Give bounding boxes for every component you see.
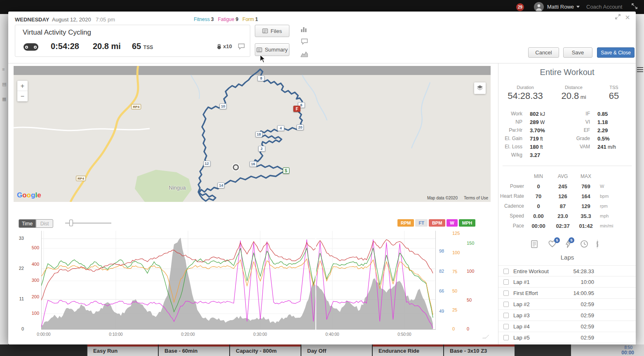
time-toggle-button[interactable]: Time: [19, 219, 36, 228]
axis-tick: 100: [452, 250, 464, 255]
column-header: MAX: [574, 173, 597, 179]
comments-icon[interactable]: [299, 35, 310, 48]
mile-marker[interactable]: 8: [258, 75, 265, 81]
stat-row: Work802 kJIF0.85: [498, 110, 636, 118]
close-icon[interactable]: ×: [625, 13, 630, 21]
bolt-icon[interactable]: 5: [565, 240, 571, 250]
max-value: 35.3: [574, 213, 597, 219]
clock-icon[interactable]: [580, 240, 588, 250]
stat-label: EF: [564, 127, 592, 133]
lap-row[interactable]: Lap #402:59: [498, 321, 636, 332]
position-ring[interactable]: [233, 164, 239, 170]
summary-duration: Duration54:28.33: [498, 85, 552, 101]
calendar-card[interactable]: Base - 60min: [159, 344, 229, 356]
expand-icon[interactable]: [632, 3, 637, 11]
mile-marker[interactable]: 18: [255, 131, 262, 137]
save-close-button[interactable]: Save & Close: [597, 47, 635, 58]
legend-chip-bpm[interactable]: BPM: [429, 219, 445, 227]
background-right-rail: [635, 14, 644, 344]
menu-icon[interactable]: [637, 66, 643, 73]
mile-marker[interactable]: 10: [219, 103, 226, 109]
view-icons: [299, 23, 310, 60]
summary-metrics: Duration54:28.33Distance20.8 miTSS65: [498, 85, 636, 101]
files-button[interactable]: Files: [255, 25, 289, 37]
lap-row[interactable]: Lap #502:59: [498, 332, 636, 343]
tss-unit: TSS: [143, 44, 153, 50]
lap-row[interactable]: Lap #202:59: [498, 299, 636, 310]
workout-graph[interactable]: [41, 231, 436, 330]
zoom-out-button[interactable]: −: [17, 91, 28, 101]
lap-row[interactable]: Lap #302:59: [498, 310, 636, 321]
google-letter: g: [31, 191, 35, 199]
finish-marker[interactable]: F: [294, 105, 301, 112]
expand-modal-icon[interactable]: [615, 14, 621, 21]
comment-icon[interactable]: [238, 43, 245, 52]
terms-of-use-link[interactable]: Terms of Use: [464, 196, 488, 200]
axis-tick: 200: [27, 294, 39, 299]
calendar-card[interactable]: Capacity - 800m: [230, 344, 301, 356]
mile-marker[interactable]: 20: [297, 124, 304, 130]
summary-button[interactable]: Summary: [255, 43, 289, 56]
stat-row: El. Gain719 ftGrade0.5%: [498, 134, 636, 143]
legend-chip-rpm[interactable]: RPM: [397, 219, 414, 227]
calendar-strip: Easy RunBase - 60minCapacity - 800mDay O…: [0, 344, 644, 356]
axis-tick: 50: [452, 288, 464, 293]
legend-chip-ft[interactable]: FT: [415, 219, 427, 227]
dashed-circle-icon[interactable]: [597, 241, 598, 248]
bike-icon[interactable]: [24, 43, 38, 51]
calendar-card[interactable]: Endurance Ride: [373, 344, 443, 356]
chart-resize-handle[interactable]: [482, 335, 489, 338]
total-time: 8:50: [625, 345, 632, 350]
lap-checkbox[interactable]: [503, 324, 509, 329]
save-button[interactable]: Save: [563, 47, 592, 58]
mile-marker[interactable]: 2: [258, 146, 265, 152]
lap-row[interactable]: First Effort14:00.95: [498, 288, 636, 299]
avg-value: 87: [551, 203, 574, 209]
area-chart-icon[interactable]: [299, 48, 310, 60]
calendar-card-title: Base - 60min: [159, 347, 229, 354]
notification-badge[interactable]: 29: [516, 3, 524, 11]
stat-label: El. Loss: [498, 144, 525, 150]
x-axis-tick: 0:30:00: [248, 332, 273, 337]
legend-chip-w[interactable]: W: [447, 219, 457, 227]
stat-label: El. Gain: [498, 136, 525, 141]
cancel-button[interactable]: Cancel: [528, 47, 559, 58]
lap-row[interactable]: Lap #110:00: [498, 276, 636, 288]
mile-marker[interactable]: 16: [249, 161, 256, 167]
mile-marker[interactable]: 12: [203, 161, 210, 166]
zoom-in-button[interactable]: +: [17, 81, 28, 91]
chart-zoom-slider-handle[interactable]: [69, 220, 73, 226]
coach-account-link[interactable]: Coach Account: [586, 4, 622, 10]
place-label: Ningua: [169, 185, 186, 191]
calendar-card[interactable]: Easy Run: [87, 344, 158, 356]
lap-checkbox[interactable]: [503, 290, 509, 296]
heart-icon[interactable]: 5: [548, 240, 557, 249]
google-logo[interactable]: Google: [17, 191, 41, 199]
mile-marker[interactable]: 14: [218, 183, 225, 188]
calendar-card[interactable]: Day Off: [301, 344, 372, 356]
lap-checkbox[interactable]: [503, 269, 509, 274]
dist-toggle-button[interactable]: Dist: [36, 219, 53, 228]
legend-chip-mph[interactable]: MPH: [459, 219, 475, 227]
stat-value: 180 ft: [525, 144, 564, 150]
stat-row: Pw:Hr3.70%EF2.29: [498, 126, 636, 134]
lap-checkbox[interactable]: [503, 302, 509, 307]
route-map[interactable]: 8106204182121614 S F RP4 RP4 Ningua + − …: [14, 66, 491, 202]
lap-checkbox[interactable]: [503, 335, 509, 340]
date-label: August 12, 2020: [52, 16, 91, 23]
lap-checkbox[interactable]: [503, 279, 509, 285]
bar-chart-icon[interactable]: [299, 23, 310, 35]
notes-icon[interactable]: [531, 240, 538, 250]
lap-checkbox[interactable]: [503, 313, 509, 318]
avatar[interactable]: [534, 2, 544, 12]
lap-name: Entire Workout: [513, 268, 549, 274]
mile-marker[interactable]: 4: [277, 125, 284, 131]
calendar-card[interactable]: Base - 3x10 Z3: [444, 344, 515, 356]
start-marker[interactable]: S: [283, 168, 289, 174]
lap-row[interactable]: Entire Workout54:28.33: [498, 265, 636, 276]
map-canvas: [14, 66, 491, 202]
user-menu[interactable]: Matti Rowe: [547, 4, 574, 10]
panel-title: Entire Workout: [498, 68, 636, 77]
map-layers-button[interactable]: [474, 82, 486, 94]
workout-title[interactable]: Virtual Activity Cycling: [23, 28, 91, 37]
